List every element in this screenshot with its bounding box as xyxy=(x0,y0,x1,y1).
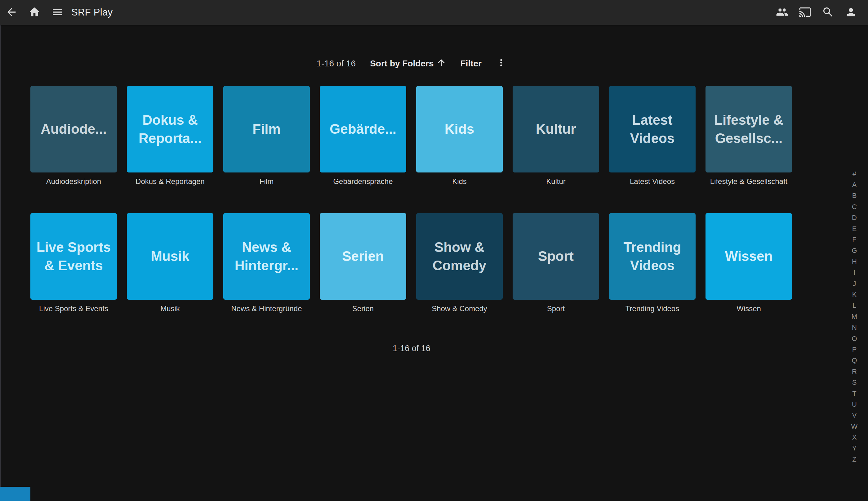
folder-tile: Trending Videos xyxy=(609,213,696,300)
paging-count-bottom: 1-16 of 16 xyxy=(30,344,793,353)
alphabet-letter[interactable]: H xyxy=(848,256,860,267)
folder-tile-label: Film xyxy=(252,120,280,138)
search-button[interactable] xyxy=(816,0,839,25)
alphabet-letter[interactable]: T xyxy=(848,388,860,399)
alphabet-letter[interactable]: # xyxy=(848,169,860,179)
search-icon xyxy=(822,6,834,19)
alphabet-letter[interactable]: Q xyxy=(848,355,860,366)
alphabet-letter[interactable]: U xyxy=(848,399,860,410)
alphabet-letter[interactable]: V xyxy=(848,410,860,421)
folder-tile-label: Wissen xyxy=(725,247,773,265)
folder-caption: Show & Comedy xyxy=(416,304,503,313)
folder-caption: Latest Videos xyxy=(609,177,696,186)
folder-card[interactable]: Wissen Wissen xyxy=(705,213,792,313)
folder-tile-label: Kultur xyxy=(536,120,576,138)
paging-count-top: 1-16 of 16 xyxy=(317,58,356,68)
folder-card[interactable]: Film Film xyxy=(223,86,310,186)
folder-card[interactable]: Musik Musik xyxy=(127,213,213,313)
folder-tile: Serien xyxy=(320,213,406,300)
folder-card[interactable]: Kids Kids xyxy=(416,86,503,186)
alphabet-letter[interactable]: L xyxy=(848,300,860,311)
alphabet-letter[interactable]: W xyxy=(848,421,860,432)
alphabet-letter[interactable]: B xyxy=(848,191,860,201)
alphabet-letter[interactable]: J xyxy=(848,278,860,289)
folder-caption: News & Hintergründe xyxy=(223,304,310,313)
bottom-left-accent xyxy=(0,487,30,501)
folder-card[interactable]: Kultur Kultur xyxy=(513,86,599,186)
folder-caption: Serien xyxy=(320,304,406,313)
alphabet-letter[interactable]: D xyxy=(848,213,860,223)
alphabet-letter[interactable]: K xyxy=(848,289,860,300)
filter-button[interactable]: Filter xyxy=(460,58,481,68)
alphabet-letter[interactable]: X xyxy=(848,432,860,443)
folder-tile: Wissen xyxy=(705,213,792,300)
people-group-icon xyxy=(776,6,788,19)
kebab-vertical-icon xyxy=(496,57,507,70)
folder-card[interactable]: Serien Serien xyxy=(320,213,406,313)
hamburger-menu-icon xyxy=(51,6,64,19)
folder-card[interactable]: Live Sports & Events Live Sports & Event… xyxy=(30,213,117,313)
folder-card[interactable]: Trending Videos Trending Videos xyxy=(609,213,696,313)
alphabet-letter[interactable]: M xyxy=(848,311,860,322)
folder-tile-label: Trending Videos xyxy=(615,238,690,274)
folder-card[interactable]: News & Hintergr... News & Hintergründe xyxy=(223,213,310,313)
alphabet-letter[interactable]: A xyxy=(848,179,860,190)
folder-tile: Kids xyxy=(416,86,503,172)
folder-caption: Audiodeskription xyxy=(30,177,117,186)
home-icon xyxy=(28,6,41,19)
folder-caption: Live Sports & Events xyxy=(30,304,117,313)
user-profile-button[interactable] xyxy=(839,0,862,25)
alphabet-letter[interactable]: O xyxy=(848,333,860,344)
folder-card[interactable]: Latest Videos Latest Videos xyxy=(609,86,696,186)
folder-card[interactable]: Dokus & Reporta... Dokus & Reportagen xyxy=(127,86,213,186)
folder-caption: Film xyxy=(223,177,310,186)
alphabet-letter[interactable]: R xyxy=(848,366,860,377)
alphabet-letter[interactable]: Y xyxy=(848,443,860,454)
folder-tile-label: Kids xyxy=(445,120,474,138)
folder-tile-label: Show & Comedy xyxy=(422,238,497,274)
menu-button[interactable] xyxy=(46,0,69,25)
folder-tile: Dokus & Reporta... xyxy=(127,86,213,172)
folder-card[interactable]: Audiode... Audiodeskription xyxy=(30,86,117,186)
sort-button[interactable]: Sort by Folders xyxy=(370,58,446,70)
folder-tile-label: Gebärde... xyxy=(330,120,396,138)
syncplay-button[interactable] xyxy=(771,0,794,25)
folder-card[interactable]: Lifestyle & Gesellsc... Lifestyle & Gese… xyxy=(705,86,792,186)
folder-card[interactable]: Show & Comedy Show & Comedy xyxy=(416,213,503,313)
alphabet-letter[interactable]: F xyxy=(848,234,860,245)
folder-tile: Kultur xyxy=(513,86,599,172)
cast-button[interactable] xyxy=(794,0,816,25)
library-grid: Audiode... Audiodeskription Dokus & Repo… xyxy=(30,86,793,313)
folder-tile-label: Live Sports & Events xyxy=(36,238,111,274)
more-options-button[interactable] xyxy=(496,57,507,70)
folder-tile: Show & Comedy xyxy=(416,213,503,300)
home-button[interactable] xyxy=(23,0,46,25)
alphabet-letter[interactable]: E xyxy=(848,223,860,234)
folder-tile-label: Dokus & Reporta... xyxy=(132,111,208,147)
alphabet-letter[interactable]: I xyxy=(848,267,860,278)
folder-caption: Sport xyxy=(513,304,599,313)
alphabet-letter[interactable]: P xyxy=(848,344,860,355)
folder-tile-label: Sport xyxy=(538,247,574,265)
folder-caption: Gebärdensprache xyxy=(320,177,406,186)
folder-tile: News & Hintergr... xyxy=(223,213,310,300)
folder-caption: Musik xyxy=(127,304,213,313)
alphabet-letter[interactable]: S xyxy=(848,377,860,388)
folder-tile: Latest Videos xyxy=(609,86,696,172)
folder-caption: Kultur xyxy=(513,177,599,186)
folder-card[interactable]: Gebärde... Gebärdensprache xyxy=(320,86,406,186)
alphabet-letter[interactable]: C xyxy=(848,201,860,212)
folder-caption: Trending Videos xyxy=(609,304,696,313)
back-button[interactable] xyxy=(0,0,23,25)
cast-icon xyxy=(799,6,811,19)
folder-tile-label: Latest Videos xyxy=(615,111,690,147)
alphabet-letter[interactable]: N xyxy=(848,322,860,333)
back-arrow-icon xyxy=(5,6,18,19)
alphabet-letter[interactable]: G xyxy=(848,245,860,256)
folder-tile: Film xyxy=(223,86,310,172)
folder-caption: Wissen xyxy=(705,304,792,313)
alphabet-letter[interactable]: Z xyxy=(848,454,860,465)
folder-card[interactable]: Sport Sport xyxy=(513,213,599,313)
sort-button-label: Sort by Folders xyxy=(370,58,434,68)
filter-button-label: Filter xyxy=(460,58,481,68)
